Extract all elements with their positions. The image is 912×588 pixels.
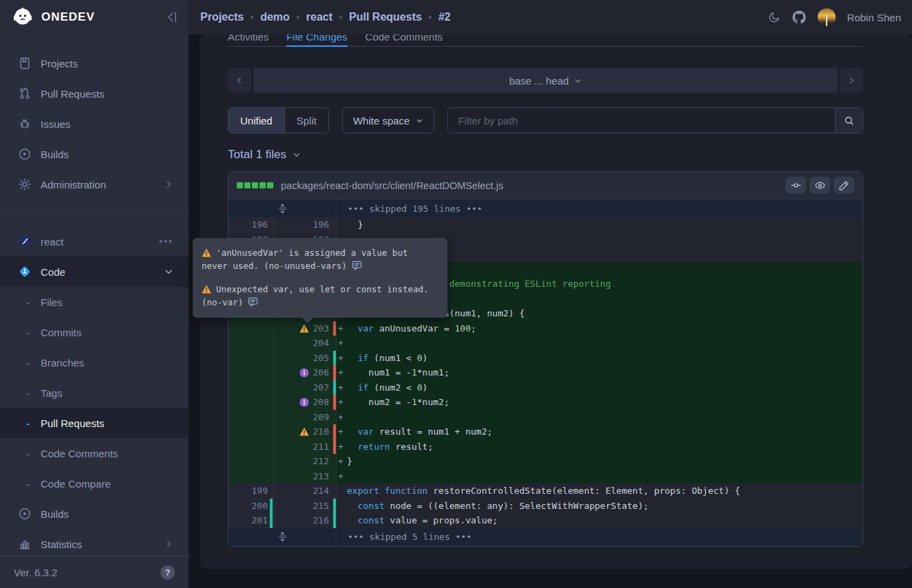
diff-sign: + [338, 351, 347, 366]
search-icon[interactable] [835, 108, 862, 133]
new-line-number[interactable]: 205 [313, 351, 329, 366]
old-line-number[interactable]: 201 [252, 513, 268, 528]
new-line-number[interactable]: 204 [313, 336, 329, 351]
new-line-number[interactable]: 203 [313, 321, 329, 336]
new-line-number[interactable]: 214 [313, 483, 329, 499]
code-token [347, 382, 358, 393]
diff-line-row: 213+ [229, 469, 862, 484]
new-line-number[interactable]: 210 [313, 424, 329, 439]
sidebar-subitem-branches[interactable]: -Branches [0, 347, 189, 378]
whitespace-dropdown[interactable]: White space [342, 107, 435, 133]
user-avatar[interactable] [818, 8, 836, 26]
code-token: ) [423, 382, 428, 393]
sidebar-subitem-commits[interactable]: -Commits [0, 317, 189, 347]
diff-old-gutter [229, 454, 274, 469]
diff-code-line: + if (num2 < 0) [337, 380, 862, 395]
sidebar-item-builds[interactable]: Builds [0, 499, 189, 529]
unified-view-button[interactable]: Unified [229, 108, 284, 133]
diff-new-gutter: 205 [274, 351, 337, 366]
sidebar-item-builds[interactable]: Builds [0, 139, 189, 169]
info-icon[interactable] [299, 368, 309, 378]
tab-file-changes[interactable]: File Changes [286, 34, 347, 47]
diff-new-gutter: 207 [274, 380, 337, 395]
bug-icon [18, 117, 32, 131]
next-commit-button[interactable] [840, 68, 863, 93]
subitem-dash-icon: - [26, 357, 41, 369]
expand-lines-icon[interactable] [278, 532, 287, 542]
new-line-number[interactable]: 215 [313, 499, 329, 514]
new-line-number[interactable]: 216 [313, 513, 329, 528]
breadcrumb-item-projects[interactable]: Projects [200, 11, 244, 23]
total-files-toggle[interactable]: Total 1 files [228, 148, 863, 162]
old-line-number[interactable]: 199 [252, 483, 268, 499]
sidebar-item-pull-requests[interactable]: Pull Requests [0, 78, 189, 109]
path-filter-input[interactable] [448, 108, 835, 133]
split-view-button[interactable]: Split [284, 108, 328, 133]
breadcrumb-item-react[interactable]: react [306, 11, 332, 23]
new-line-number[interactable]: 208 [313, 395, 329, 410]
diff-new-gutter: 212 [274, 454, 337, 469]
help-icon[interactable]: ? [160, 565, 175, 580]
sidebar-project-react[interactable]: react ••• [0, 226, 189, 257]
expand-skipped-lines[interactable] [229, 199, 337, 217]
new-line-number[interactable]: 196 [313, 217, 329, 232]
diff-line-row: 204+ [229, 336, 862, 351]
prev-commit-button[interactable] [228, 68, 251, 93]
sidebar-subitem-pull-requests[interactable]: -Pull Requests [0, 408, 189, 438]
add-comment-icon[interactable] [248, 296, 258, 307]
user-name[interactable]: Robin Shen [847, 12, 901, 23]
code-token: *num2; [417, 397, 449, 407]
diff-code-line: + num1 = -1*num1; [337, 365, 862, 380]
subitem-dash-icon: - [26, 327, 41, 338]
sidebar-subitem-code-comments[interactable]: -Code Comments [0, 438, 189, 468]
code-token: const [358, 501, 385, 511]
commit-icon[interactable] [785, 177, 806, 194]
chevron-down-icon [164, 267, 173, 276]
new-line-number[interactable]: 207 [313, 380, 329, 395]
expand-skipped-lines[interactable] [229, 528, 337, 546]
edit-pencil-icon[interactable] [834, 177, 854, 194]
problem-text: 'anUnusedVar' is assigned a value but ne… [202, 248, 407, 271]
eye-icon[interactable] [809, 177, 830, 194]
new-line-number[interactable]: 211 [313, 439, 329, 455]
tab-activities[interactable]: Activities [228, 34, 268, 46]
sidebar-section-code[interactable]: Code [0, 257, 189, 287]
sidebar-collapse-icon[interactable] [165, 10, 179, 24]
old-line-number[interactable]: 196 [252, 217, 268, 232]
warning-icon[interactable] [299, 323, 309, 333]
breadcrumb-separator-dot [297, 16, 299, 19]
new-line-number[interactable]: 206 [313, 365, 329, 380]
sidebar-subitem-files[interactable]: -Files [0, 287, 189, 317]
github-icon[interactable] [792, 10, 806, 24]
added-change-block [252, 182, 258, 188]
add-comment-icon[interactable] [352, 260, 362, 270]
old-line-number[interactable]: 200 [252, 499, 268, 514]
sidebar-subitem-tags[interactable]: -Tags [0, 378, 189, 408]
code-token: anUnusedVar = [374, 323, 454, 334]
sidebar-subitem-code-compare[interactable]: -Code Compare [0, 468, 189, 499]
info-icon[interactable] [299, 398, 309, 407]
diff-line-row: 201216 const value = props.value; [229, 513, 862, 528]
new-line-number[interactable]: 213 [313, 469, 329, 484]
warning-icon[interactable] [299, 427, 309, 437]
breadcrumb-item-2[interactable]: #2 [438, 11, 451, 23]
new-line-number[interactable]: 212 [313, 454, 329, 469]
revision-range-selector[interactable]: base ... head [253, 68, 838, 93]
gear-icon [18, 177, 32, 191]
dark-mode-moon-icon[interactable] [768, 11, 781, 23]
diff-code-line: + var result = num1 + num2; [337, 424, 862, 439]
sidebar-item-projects[interactable]: Projects [0, 48, 189, 78]
new-line-number[interactable]: 209 [313, 410, 329, 425]
diff-new-gutter: 215 [274, 499, 337, 514]
code-section-label: Code [41, 266, 164, 278]
tab-code-comments[interactable]: Code Comments [365, 34, 443, 46]
sidebar-item-administration[interactable]: Administration [0, 169, 189, 199]
sidebar-item-statistics[interactable]: Statistics [0, 529, 189, 559]
sidebar-item-issues[interactable]: Issues [0, 109, 189, 139]
project-menu-dots-icon[interactable]: ••• [159, 236, 173, 247]
file-path[interactable]: packages/react-dom/src/client/ReactDOMSe… [281, 180, 782, 191]
breadcrumb-item-demo[interactable]: demo [260, 11, 290, 23]
expand-lines-icon[interactable] [278, 204, 287, 214]
breadcrumb-item-pull-requests[interactable]: Pull Requests [349, 11, 422, 23]
diff-old-gutter: 199 [229, 483, 274, 499]
